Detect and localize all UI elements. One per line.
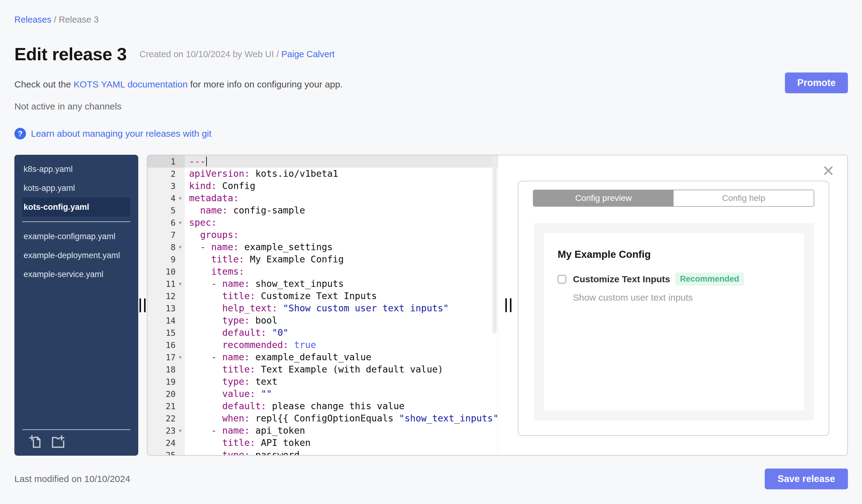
code-line-23[interactable]: 23▾ - name: api_token xyxy=(147,424,498,437)
code-line-22[interactable]: 22 when: repl{{ ConfigOptionEquals "show… xyxy=(147,412,498,424)
yaml-editor[interactable]: 1---2apiVersion: kots.io/v1beta13kind: C… xyxy=(147,155,498,455)
code-content-16[interactable]: recommended: true xyxy=(185,339,498,351)
gutter-line-14[interactable]: 14 xyxy=(147,314,185,327)
gutter-line-24[interactable]: 24 xyxy=(147,437,185,449)
gutter-line-12[interactable]: 12 xyxy=(147,290,185,302)
save-release-button[interactable]: Save release xyxy=(765,468,848,489)
code-line-17[interactable]: 17▾ - name: example_default_value xyxy=(147,351,498,363)
add-folder-icon[interactable] xyxy=(51,435,65,449)
gutter-line-22[interactable]: 22 xyxy=(147,412,185,424)
file-item-kots-app-yaml[interactable]: kots-app.yaml xyxy=(22,178,130,198)
code-line-10[interactable]: 10 items: xyxy=(147,265,498,278)
code-line-19[interactable]: 19 type: text xyxy=(147,375,498,388)
add-file-icon[interactable] xyxy=(28,435,42,449)
fold-arrow-icon[interactable]: ▾ xyxy=(175,427,185,434)
customize-text-inputs-checkbox[interactable] xyxy=(558,275,566,283)
code-line-9[interactable]: 9 title: My Example Config xyxy=(147,253,498,265)
git-releases-link[interactable]: Learn about managing your releases with … xyxy=(31,126,211,141)
code-line-13[interactable]: 13 help_text: "Show custom user text inp… xyxy=(147,302,498,314)
file-item-kots-config-yaml[interactable]: kots-config.yaml xyxy=(22,198,130,216)
code-content-21[interactable]: default: please change this value xyxy=(185,400,498,412)
gutter-line-20[interactable]: 20 xyxy=(147,388,185,400)
file-item-example-deployment-yaml[interactable]: example-deployment.yaml xyxy=(22,246,130,265)
gutter-line-4[interactable]: 4▾ xyxy=(147,192,185,204)
code-content-2[interactable]: apiVersion: kots.io/v1beta1 xyxy=(185,168,498,180)
created-author-link[interactable]: Paige Calvert xyxy=(282,49,335,59)
code-content-1[interactable]: --- xyxy=(185,155,498,168)
code-line-4[interactable]: 4▾metadata: xyxy=(147,192,498,204)
file-item-example-service-yaml[interactable]: example-service.yaml xyxy=(22,265,130,284)
gutter-line-8[interactable]: 8▾ xyxy=(147,241,185,253)
file-item-k8s-app-yaml[interactable]: k8s-app.yaml xyxy=(22,160,130,178)
code-content-13[interactable]: help_text: "Show custom user text inputs… xyxy=(185,302,498,314)
gutter-line-2[interactable]: 2 xyxy=(147,168,185,180)
gutter-line-7[interactable]: 7 xyxy=(147,229,185,241)
code-line-7[interactable]: 7 groups: xyxy=(147,229,498,241)
code-line-1[interactable]: 1--- xyxy=(147,155,498,168)
gutter-line-6[interactable]: 6▾ xyxy=(147,216,185,229)
fold-arrow-icon[interactable]: ▾ xyxy=(175,354,185,361)
gutter-line-17[interactable]: 17▾ xyxy=(147,351,185,363)
gutter-line-25[interactable]: 25 xyxy=(147,449,185,455)
code-content-15[interactable]: default: "0" xyxy=(185,327,498,339)
gutter-line-18[interactable]: 18 xyxy=(147,363,185,375)
kots-docs-link[interactable]: KOTS YAML documentation xyxy=(74,79,187,89)
code-line-11[interactable]: 11▾ - name: show_text_inputs xyxy=(147,278,498,290)
code-content-19[interactable]: type: text xyxy=(185,375,498,388)
code-line-16[interactable]: 16 recommended: true xyxy=(147,339,498,351)
code-line-6[interactable]: 6▾spec: xyxy=(147,216,498,229)
fold-arrow-icon[interactable]: ▾ xyxy=(175,195,185,201)
fold-arrow-icon[interactable]: ▾ xyxy=(175,244,185,251)
file-item-example-configmap-yaml[interactable]: example-configmap.yaml xyxy=(22,227,130,246)
code-content-22[interactable]: when: repl{{ ConfigOptionEquals "show_te… xyxy=(185,412,498,424)
close-icon[interactable] xyxy=(822,164,835,177)
code-content-24[interactable]: title: API token xyxy=(185,437,498,449)
code-content-6[interactable]: spec: xyxy=(185,216,498,229)
code-content-7[interactable]: groups: xyxy=(185,229,498,241)
code-content-3[interactable]: kind: Config xyxy=(185,180,498,192)
code-line-5[interactable]: 5 name: config-sample xyxy=(147,204,498,216)
code-line-12[interactable]: 12 title: Customize Text Inputs xyxy=(147,290,498,302)
gutter-line-13[interactable]: 13 xyxy=(147,302,185,314)
fold-arrow-icon[interactable]: ▾ xyxy=(175,281,185,287)
code-content-4[interactable]: metadata: xyxy=(185,192,498,204)
code-line-8[interactable]: 8▾ - name: example_settings xyxy=(147,241,498,253)
gutter-line-9[interactable]: 9 xyxy=(147,253,185,265)
code-content-12[interactable]: title: Customize Text Inputs xyxy=(185,290,498,302)
code-line-20[interactable]: 20 value: "" xyxy=(147,388,498,400)
code-content-5[interactable]: name: config-sample xyxy=(185,204,498,216)
code-content-11[interactable]: - name: show_text_inputs xyxy=(185,278,498,290)
code-content-25[interactable]: type: password xyxy=(185,449,498,455)
preview-resize-handle[interactable] xyxy=(505,299,511,312)
code-line-2[interactable]: 2apiVersion: kots.io/v1beta1 xyxy=(147,168,498,180)
gutter-line-3[interactable]: 3 xyxy=(147,180,185,192)
editor-scrollbar[interactable] xyxy=(493,156,497,333)
code-content-10[interactable]: items: xyxy=(185,265,498,278)
gutter-line-15[interactable]: 15 xyxy=(147,327,185,339)
breadcrumb-releases-link[interactable]: Releases xyxy=(14,15,51,25)
code-content-18[interactable]: title: Text Example (with default value) xyxy=(185,363,498,375)
gutter-line-11[interactable]: 11▾ xyxy=(147,278,185,290)
tab-config-help[interactable]: Config help xyxy=(674,190,814,206)
gutter-line-1[interactable]: 1 xyxy=(147,155,185,168)
code-line-14[interactable]: 14 type: bool xyxy=(147,314,498,327)
code-content-20[interactable]: value: "" xyxy=(185,388,498,400)
code-line-24[interactable]: 24 title: API token xyxy=(147,437,498,449)
code-content-8[interactable]: - name: example_settings xyxy=(185,241,498,253)
gutter-line-16[interactable]: 16 xyxy=(147,339,185,351)
code-line-25[interactable]: 25 type: password xyxy=(147,449,498,455)
gutter-line-23[interactable]: 23▾ xyxy=(147,424,185,437)
code-line-21[interactable]: 21 default: please change this value xyxy=(147,400,498,412)
code-content-14[interactable]: type: bool xyxy=(185,314,498,327)
promote-button[interactable]: Promote xyxy=(785,72,848,93)
fold-arrow-icon[interactable]: ▾ xyxy=(175,220,185,226)
gutter-line-10[interactable]: 10 xyxy=(147,265,185,278)
code-line-15[interactable]: 15 default: "0" xyxy=(147,327,498,339)
code-content-17[interactable]: - name: example_default_value xyxy=(185,351,498,363)
gutter-line-19[interactable]: 19 xyxy=(147,375,185,388)
code-line-18[interactable]: 18 title: Text Example (with default val… xyxy=(147,363,498,375)
gutter-line-5[interactable]: 5 xyxy=(147,204,185,216)
code-content-23[interactable]: - name: api_token xyxy=(185,424,498,437)
code-line-3[interactable]: 3kind: Config xyxy=(147,180,498,192)
sidebar-resize-handle[interactable] xyxy=(140,299,146,312)
